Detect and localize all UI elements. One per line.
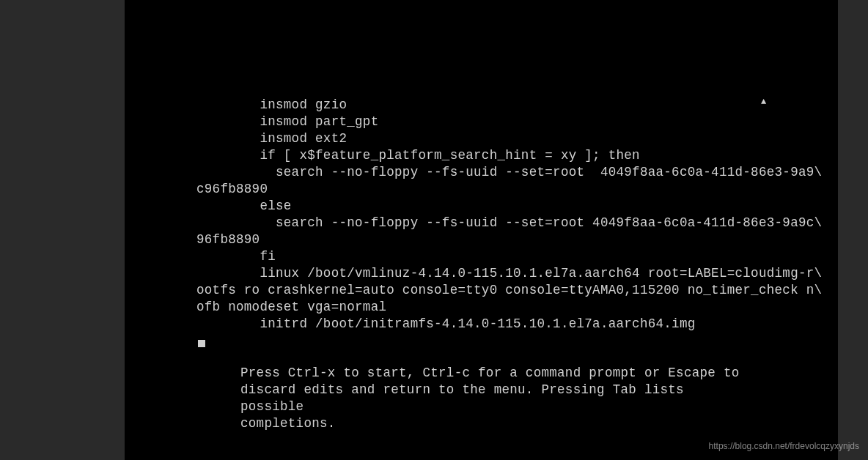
watermark-text: https://blog.csdn.net/frdevolcqzyxynjds <box>709 441 859 451</box>
grub-editor-content[interactable]: insmod gzio insmod part_gpt insmod ext2 … <box>196 97 776 333</box>
grub-help-text: Press Ctrl-x to start, Ctrl-c for a comm… <box>240 365 754 432</box>
text-cursor <box>198 340 205 347</box>
